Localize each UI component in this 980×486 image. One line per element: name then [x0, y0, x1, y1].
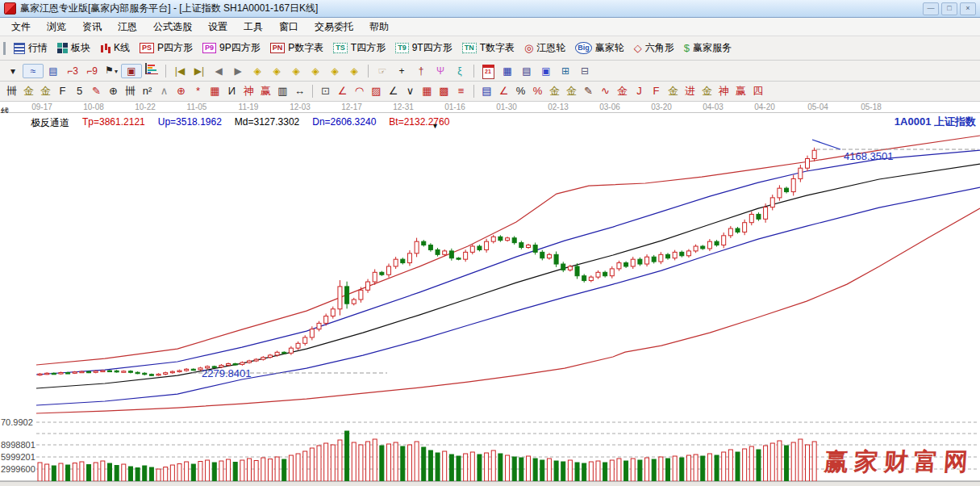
shen-angle-line-button[interactable]: 神 — [715, 84, 732, 98]
zoom-out-vertical-button[interactable]: ◈ — [306, 64, 325, 78]
toolbar-button-gann-wheel[interactable]: ◎江恩轮 — [519, 40, 570, 57]
zigzag-wave-button[interactable]: ∨ — [402, 84, 419, 98]
wave-mark-button[interactable]: И — [223, 84, 240, 98]
wave-abc-button[interactable]: ∿ — [597, 84, 614, 98]
mark-pin-tool-button[interactable]: † — [411, 64, 431, 78]
kline-chart-area[interactable]: 70.99028998801599920129996004168.3501227… — [0, 113, 980, 481]
last-screen-button[interactable]: ▶| — [190, 64, 209, 78]
minimize-button[interactable]: — — [923, 2, 939, 15]
time-grid-line-button[interactable]: 卌 — [122, 84, 139, 98]
prev-screen-button[interactable]: ◀ — [209, 64, 228, 78]
price-ruler-button[interactable]: ▥ — [274, 84, 291, 98]
indicator-name[interactable]: 极反通道 — [31, 116, 69, 130]
save-layout-button[interactable]: ▣ — [536, 64, 556, 78]
toolbar-button-sectors[interactable]: 板块 — [52, 40, 95, 57]
print-button[interactable]: ⊟ — [575, 64, 594, 78]
zoom-fit-horizontal-button[interactable]: ◈ — [286, 64, 306, 78]
crosshair-tool-button[interactable]: + — [392, 64, 411, 78]
zoom-in-vertical-button[interactable]: ◈ — [325, 64, 344, 78]
win-angle-line-button[interactable]: 赢 — [732, 84, 749, 98]
next-screen-button[interactable]: ▶ — [228, 64, 248, 78]
toolbar-button-hexagon[interactable]: ◇六角形 — [629, 40, 679, 57]
x-cross-box-button[interactable]: ▨ — [368, 84, 385, 98]
menu-item-formula-stock-pick[interactable]: 公式选股 — [145, 18, 200, 36]
pattern-mark-tool-button[interactable]: Ψ — [431, 64, 450, 78]
toolbar-button-winner-wheel[interactable]: Big赢家轮 — [570, 40, 629, 57]
web-export-button[interactable]: ⊞ — [556, 64, 575, 78]
fibonacci-line-button[interactable]: F — [54, 84, 71, 98]
maximize-button[interactable]: □ — [941, 2, 957, 15]
jin-speed-line-button[interactable]: 进 — [682, 84, 699, 98]
menu-item-tools[interactable]: 工具 — [236, 18, 271, 36]
layout-dropdown-button[interactable]: ▾ — [3, 64, 23, 78]
menu-item-browse[interactable]: 浏览 — [39, 18, 74, 36]
hand-drag-tool-button[interactable]: ☞ — [373, 64, 392, 78]
memo-notes-button[interactable]: ▤ — [517, 64, 536, 78]
rect-select-button[interactable]: ⊡ — [317, 84, 334, 98]
toolbar-button-t-number-table[interactable]: TNT数字表 — [457, 40, 519, 57]
zoom-in-horizontal-button[interactable]: ◈ — [267, 64, 286, 78]
zoom-fit-vertical-button[interactable]: ◈ — [344, 64, 364, 78]
star-radiate-button[interactable]: * — [190, 84, 206, 98]
toolbar-grip[interactable] — [3, 42, 6, 55]
brush-mark-button[interactable]: ✎ — [580, 84, 597, 98]
toolbar-button-winner-service[interactable]: $赢家服务 — [679, 40, 736, 57]
flag-marker-button[interactable]: ⚑▾ — [102, 63, 121, 79]
gold-circle-button[interactable]: 金 — [546, 84, 563, 98]
f-angle-button[interactable]: F — [648, 84, 665, 98]
stock-info-doc-button[interactable]: ▤ — [44, 64, 63, 78]
smart-analyse-tool-button[interactable]: ξ — [450, 64, 469, 78]
close-button[interactable]: × — [960, 2, 976, 15]
column-stat-button[interactable]: ▤ — [478, 84, 495, 98]
arc-fan-button[interactable]: ◠ — [351, 84, 368, 98]
volume-spectrum-button[interactable] — [142, 63, 161, 78]
percent-levels-button[interactable]: % — [529, 84, 546, 98]
zoom-out-horizontal-button[interactable]: ◈ — [248, 64, 267, 78]
toolbar-button-9p-square[interactable]: P99P四方形 — [198, 40, 265, 57]
menu-item-file[interactable]: 文件 — [3, 18, 39, 36]
square-n2-line-button[interactable]: n² — [139, 84, 156, 98]
menu-item-settings[interactable]: 设置 — [200, 18, 236, 36]
menu-item-trade-entrust[interactable]: 交易委托 — [307, 18, 361, 36]
gold-ratio-line-button[interactable]: 金 — [20, 84, 37, 98]
gold-speed-line-button[interactable]: 金 — [665, 84, 682, 98]
menu-item-news[interactable]: 资讯 — [74, 18, 110, 36]
gold-angle-button[interactable]: 金 — [614, 84, 631, 98]
toolbar-button-t-square[interactable]: TST四方形 — [328, 40, 390, 57]
toolbar-button-9t-square[interactable]: T99T四方形 — [390, 40, 457, 57]
win-gann-tool-button[interactable]: 赢 — [257, 84, 274, 98]
kline-chart-canvas[interactable]: 70.99028998801599920129996004168.3501227… — [0, 113, 980, 481]
span-measure-button[interactable]: ↔ — [291, 84, 308, 98]
toolbar-button-kline[interactable]: K线 — [95, 40, 135, 57]
calculator-button[interactable]: ▦ — [498, 64, 517, 78]
gann-model-box-button[interactable]: ▣ — [121, 64, 142, 78]
toolbar-button-quotes[interactable]: 行情 — [9, 40, 52, 57]
gold-levels-button[interactable]: 金 — [563, 84, 580, 98]
red-grid-box-button[interactable]: ▦ — [419, 84, 436, 98]
angle-mirror-button[interactable]: ∧ — [156, 84, 173, 98]
percent-line-button[interactable]: % — [512, 84, 529, 98]
chip-distribution-button[interactable]: ≈ — [23, 64, 44, 78]
first-screen-button[interactable]: |◀ — [170, 64, 190, 78]
pen-draw-button[interactable]: ✎ — [88, 84, 105, 98]
toolbar-button-p-square[interactable]: PSP四方形 — [135, 40, 198, 57]
compress-9-bars-button[interactable]: ⌐9 — [82, 64, 102, 78]
spiral-line-button[interactable]: 5 — [71, 84, 88, 98]
si-angle-line-button[interactable]: 四 — [749, 84, 766, 98]
gold-resist-line-button[interactable]: 金 — [699, 84, 715, 98]
menu-item-help[interactable]: 帮助 — [361, 18, 397, 36]
calendar-button[interactable]: 21 — [478, 63, 498, 79]
menu-item-window[interactable]: 窗口 — [271, 18, 307, 36]
toolbar-button-p-number-table[interactable]: PNP数字表 — [265, 40, 329, 57]
gold-price-line-button[interactable]: 金 — [37, 84, 54, 98]
shen-gann-tool-button[interactable]: 神 — [240, 84, 257, 98]
compress-3-bars-button[interactable]: ⌐3 — [63, 64, 82, 78]
gann-box-red-button[interactable]: ▦ — [206, 84, 223, 98]
indicator-dropdown-arrow[interactable]: ▼ — [432, 122, 439, 130]
gann-fan-black-button[interactable]: ∠ — [385, 84, 402, 98]
target-circle-button[interactable]: ⊕ — [173, 84, 190, 98]
cycle-circle-line-button[interactable]: ⊕ — [105, 84, 122, 98]
j-angle-button[interactable]: J — [631, 84, 648, 98]
gann-fan-red-button[interactable]: ∠ — [334, 84, 351, 98]
grid-arrow-box-button[interactable]: ▩ — [436, 84, 452, 98]
